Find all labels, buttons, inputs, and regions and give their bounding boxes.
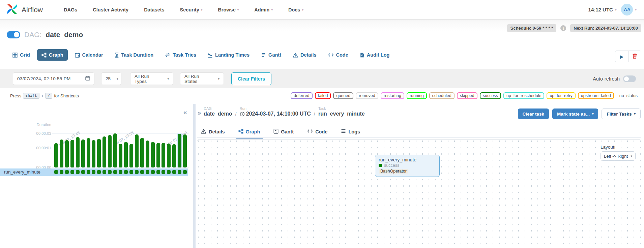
page-size-select[interactable]: 25 ▾ <box>101 72 121 85</box>
detail-tab-gantt[interactable]: Gantt <box>273 125 294 138</box>
task-instance-square[interactable] <box>172 170 176 174</box>
duration-bar[interactable] <box>81 140 85 167</box>
duration-bar[interactable] <box>113 133 117 167</box>
legend-removed[interactable]: removed <box>356 92 378 99</box>
duration-bar[interactable] <box>65 140 69 167</box>
base-date-input[interactable]: 03/07/2024, 02:10:55 PM <box>13 72 94 85</box>
duration-bar[interactable] <box>92 140 95 167</box>
legend-up_for_retry[interactable]: up_for_retry <box>547 92 575 99</box>
duration-bar[interactable] <box>162 143 165 167</box>
legend-deferred[interactable]: deferred <box>291 92 313 99</box>
task-instance-square[interactable] <box>146 170 149 174</box>
duration-bar[interactable] <box>108 135 112 167</box>
task-node-run-every-minute[interactable]: run_every_minute success BashOperator <box>375 155 440 177</box>
task-instance-square[interactable] <box>183 170 187 174</box>
task-instance-square[interactable] <box>76 170 80 174</box>
detail-tab-details[interactable]: Details <box>200 125 226 138</box>
duration-bar[interactable] <box>70 140 74 167</box>
task-instance-square[interactable] <box>140 170 144 174</box>
legend-success[interactable]: success <box>480 92 501 99</box>
duration-bar[interactable] <box>151 142 155 167</box>
legend-queued[interactable]: queued <box>333 92 353 99</box>
detail-tab-graph[interactable]: Graph <box>238 125 261 138</box>
tab-gantt[interactable]: Gantt <box>257 49 286 61</box>
run-types-select[interactable]: All Run Types ▾ <box>130 72 173 85</box>
nav-item-admin[interactable]: Admin▾ <box>254 7 273 12</box>
task-instance-square[interactable] <box>129 170 133 174</box>
airflow-logo[interactable]: Airflow <box>5 2 43 17</box>
duration-bar[interactable] <box>183 134 187 167</box>
nav-item-cluster-activity[interactable]: Cluster Activity <box>93 7 128 12</box>
tab-details[interactable]: Details <box>288 49 321 61</box>
layout-select[interactable]: Left -> Right ▾ <box>601 151 636 161</box>
duration-bar[interactable] <box>87 138 90 167</box>
legend-skipped[interactable]: skipped <box>457 92 477 99</box>
legend-up_for_reschedule[interactable]: up_for_reschedule <box>503 92 545 99</box>
duration-bar[interactable] <box>54 143 58 167</box>
duration-bar[interactable] <box>60 140 63 167</box>
task-instance-square[interactable] <box>108 170 112 174</box>
duration-bar[interactable] <box>146 141 149 167</box>
clear-filters-button[interactable]: Clear Filters <box>231 72 271 85</box>
duration-bar[interactable] <box>135 134 139 167</box>
task-instance-square[interactable] <box>60 170 63 174</box>
info-icon[interactable]: i <box>560 25 566 31</box>
tab-task-tries[interactable]: Task Tries <box>160 49 201 61</box>
detail-tab-logs[interactable]: Logs <box>340 125 361 138</box>
task-instance-square[interactable] <box>103 170 106 174</box>
task-instance-square[interactable] <box>113 170 117 174</box>
tab-grid[interactable]: Grid <box>8 49 34 61</box>
collapse-panel-icon[interactable]: « <box>183 108 187 116</box>
task-instance-square[interactable] <box>70 170 74 174</box>
duration-bar[interactable] <box>103 136 106 167</box>
task-instance-square[interactable] <box>92 170 95 174</box>
utc-clock-menu[interactable]: 14:12 UTC ▾ <box>588 7 617 12</box>
duration-bar[interactable] <box>76 137 80 167</box>
nav-item-datasets[interactable]: Datasets <box>144 7 164 12</box>
duration-bar[interactable] <box>140 138 144 167</box>
task-instance-square[interactable] <box>87 170 90 174</box>
crumb-task-value[interactable]: run_every_minute <box>318 111 365 117</box>
tab-graph[interactable]: Graph <box>37 49 68 61</box>
task-instance-square[interactable] <box>65 170 69 174</box>
tab-code[interactable]: Code <box>324 49 353 61</box>
task-instance-square[interactable] <box>81 170 85 174</box>
legend-running[interactable]: running <box>407 92 427 99</box>
trigger-dag-button[interactable]: ▶ <box>615 51 628 62</box>
expand-panel-icon[interactable]: » <box>198 109 201 117</box>
legend-failed[interactable]: failed <box>315 92 331 99</box>
graph-canvas[interactable]: run_every_minute success BashOperator La… <box>197 140 641 248</box>
task-instance-square[interactable] <box>124 170 128 174</box>
duration-bar[interactable] <box>97 139 101 167</box>
legend-no_status[interactable]: no_status <box>616 92 641 99</box>
run-states-select[interactable]: All Run States ▾ <box>180 72 224 85</box>
tab-landing-times[interactable]: Landing Times <box>203 49 254 61</box>
nav-item-docs[interactable]: Docs▾ <box>288 7 303 12</box>
filter-tasks-button[interactable]: Filter Tasks ▾ <box>602 108 641 119</box>
detail-tab-code[interactable]: Code <box>306 125 328 138</box>
nav-item-browse[interactable]: Browse▾ <box>218 7 239 12</box>
task-instance-square[interactable] <box>167 170 171 174</box>
duration-bar[interactable] <box>178 134 181 167</box>
task-instance-square[interactable] <box>119 170 122 174</box>
nav-item-security[interactable]: Security▾ <box>180 7 203 12</box>
task-instance-square[interactable] <box>156 170 160 174</box>
tab-calendar[interactable]: Calendar <box>70 49 108 61</box>
auto-refresh-toggle[interactable] <box>623 75 636 82</box>
duration-bar[interactable] <box>119 144 122 167</box>
task-instance-square[interactable] <box>178 170 181 174</box>
duration-bar[interactable] <box>156 143 160 167</box>
tab-audit-log[interactable]: Audit Log <box>355 49 394 61</box>
task-row-label[interactable]: run_every_minute <box>4 169 40 175</box>
duration-bar[interactable] <box>124 142 128 167</box>
user-menu[interactable]: AA ▾ <box>621 4 637 16</box>
legend-upstream_failed[interactable]: upstream_failed <box>578 92 614 99</box>
task-instance-square[interactable] <box>162 170 165 174</box>
clear-task-button[interactable]: Clear task <box>518 108 549 119</box>
task-instance-square[interactable] <box>97 170 101 174</box>
task-instance-square[interactable] <box>135 170 139 174</box>
legend-scheduled[interactable]: scheduled <box>429 92 455 99</box>
duration-bar[interactable] <box>172 144 176 167</box>
dag-pause-toggle[interactable] <box>7 31 20 38</box>
tab-task-duration[interactable]: Task Duration <box>110 49 158 61</box>
